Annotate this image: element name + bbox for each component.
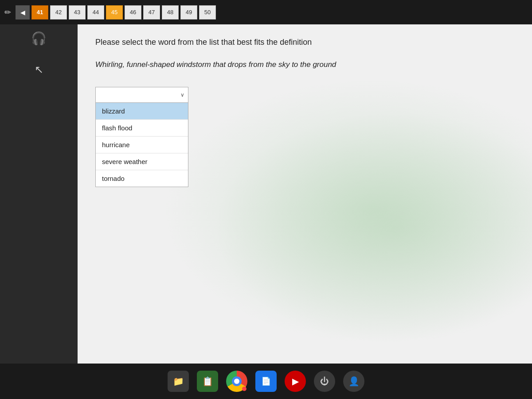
answer-dropdown[interactable]: ∨ blizzard flash flood hurricane severe … [95,87,188,103]
youtube-symbol: ▶ [292,376,299,387]
instruction-text: Please select the word from the list tha… [95,38,514,47]
page-number-43[interactable]: 43 [69,5,86,20]
page-number-44[interactable]: 44 [87,5,104,20]
user-symbol: 👤 [348,376,360,387]
files2-symbol: 📋 [202,376,213,387]
files2-app-icon[interactable]: 📋 [197,371,218,392]
docs-symbol: 📄 [261,376,271,386]
page-number-48[interactable]: 48 [162,5,179,20]
option-flash-flood[interactable]: flash flood [96,120,188,137]
taskbar: 📁 📋 📄 ▶ ⏻ 👤 [0,364,532,399]
page-number-46[interactable]: 46 [125,5,141,20]
option-tornado[interactable]: tornado [96,170,188,187]
page-number-49[interactable]: 49 [180,5,197,20]
top-navigation-bar: ✏ ◀ 41 42 43 44 45 46 47 48 49 50 [0,0,532,24]
page-number-41[interactable]: 41 [31,5,48,20]
chrome-icon[interactable] [226,371,247,392]
left-sidebar: 🎧 ↖ [0,24,78,364]
definition-text: Whirling, funnel-shaped windstorm that d… [95,60,514,69]
dropdown-list: blizzard flash flood hurricane severe we… [95,103,188,187]
option-blizzard[interactable]: blizzard [96,103,188,120]
power-symbol: ⏻ [320,376,329,387]
page-number-42[interactable]: 42 [50,5,67,20]
page-number-47[interactable]: 47 [143,5,160,20]
chrome-notification-dot [242,387,246,391]
main-content-area: Please select the word from the list tha… [78,24,532,364]
cursor-icon: ↖ [35,63,43,76]
files-symbol: 📁 [173,376,184,387]
headphone-icon[interactable]: 🎧 [31,31,47,46]
option-hurricane[interactable]: hurricane [96,137,188,153]
docs-app-icon[interactable]: 📄 [255,371,277,392]
dropdown-trigger[interactable]: ∨ [95,87,188,103]
power-button-icon[interactable]: ⏻ [314,371,335,392]
pencil-icon[interactable]: ✏ [4,8,11,17]
nav-back-button[interactable]: ◀ [16,5,30,20]
files-app-icon[interactable]: 📁 [168,371,189,392]
option-severe-weather[interactable]: severe weather [96,153,188,170]
chevron-down-icon: ∨ [180,92,184,98]
user-account-icon[interactable]: 👤 [343,371,364,392]
youtube-icon[interactable]: ▶ [285,371,306,392]
page-number-50[interactable]: 50 [199,5,216,20]
page-number-45[interactable]: 45 [106,5,123,20]
